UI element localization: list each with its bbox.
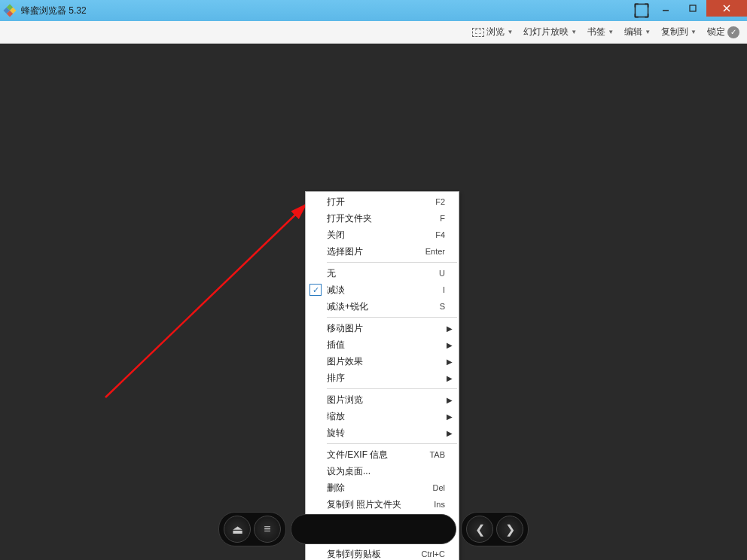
dropdown-icon: ▼ <box>608 29 614 35</box>
menu-item-label: 删除 <box>327 482 432 495</box>
prev-button[interactable]: ❮ <box>466 516 493 543</box>
menu-item[interactable]: 插值▶ <box>306 336 459 353</box>
bookmark-label: 书签 <box>587 26 605 38</box>
dropdown-icon: ▼ <box>691 29 697 35</box>
menu-separator <box>327 262 457 263</box>
submenu-arrow-icon: ▶ <box>447 341 453 349</box>
menu-item-shortcut: I <box>443 285 445 294</box>
lock-button[interactable]: 锁定✓ <box>706 23 741 41</box>
menu-item-shortcut: TAB <box>429 450 445 459</box>
submenu-arrow-icon: ▶ <box>447 374 453 382</box>
window-title: 蜂蜜浏览器 5.32 <box>21 5 87 17</box>
submenu-arrow-icon: ▶ <box>447 324 453 333</box>
menu-item-label: 打开文件夹 <box>327 212 440 225</box>
close-button[interactable] <box>706 0 747 17</box>
menu-item[interactable]: 排序▶ <box>306 370 459 386</box>
menu-item-shortcut: Ins <box>434 500 445 509</box>
menu-item-shortcut: F4 <box>435 230 445 239</box>
menu-item-shortcut: F <box>440 214 445 223</box>
minimize-button[interactable] <box>652 0 679 17</box>
browse-menu[interactable]: ⛶ 浏览▼ <box>471 23 514 41</box>
svg-rect-6 <box>690 5 696 11</box>
control-bar-center[interactable] <box>291 514 456 544</box>
frame-icon: ⛶ <box>472 28 484 37</box>
menu-item[interactable]: 设为桌面... <box>306 463 459 479</box>
menu-item-shortcut: F2 <box>435 197 445 206</box>
menu-button[interactable]: ≡ <box>254 516 281 543</box>
menu-item-shortcut: Ctrl+C <box>422 549 445 558</box>
menu-separator <box>327 443 457 444</box>
submenu-arrow-icon: ▶ <box>447 396 453 404</box>
menu-item[interactable]: 选择图片Enter <box>306 243 459 260</box>
menu-item[interactable]: 减淡+锐化S <box>306 298 459 315</box>
submenu-arrow-icon: ▶ <box>447 412 453 421</box>
svg-line-9 <box>105 205 306 397</box>
menu-item[interactable]: 无U <box>306 265 459 282</box>
dropdown-icon: ▼ <box>571 29 577 35</box>
check-icon: ✓ <box>309 284 322 296</box>
title-bar: 蜂蜜浏览器 5.32 <box>0 0 747 21</box>
menu-item-label: 设为桌面... <box>327 465 445 478</box>
submenu-arrow-icon: ▶ <box>447 358 453 366</box>
menu-item-label: 减淡 <box>327 284 443 297</box>
menu-item-shortcut: Del <box>432 483 445 492</box>
menu-item[interactable]: 图片浏览▶ <box>306 391 459 408</box>
app-icon <box>3 4 17 17</box>
edit-menu[interactable]: 编辑▼ <box>623 23 652 41</box>
menu-item-label: 复制到剪贴板 <box>327 548 422 561</box>
menu-item[interactable]: 关闭F4 <box>306 227 459 243</box>
menu-item-label: 排序 <box>327 372 445 385</box>
svg-rect-4 <box>635 4 648 17</box>
menu-item[interactable]: 删除Del <box>306 479 459 496</box>
menu-item-shortcut: Enter <box>425 247 445 256</box>
menu-item-shortcut: S <box>440 302 445 311</box>
menu-separator <box>327 317 457 318</box>
menu-item-label: 插值 <box>327 339 445 352</box>
slideshow-menu[interactable]: 幻灯片放映▼ <box>522 23 578 41</box>
menu-item-label: 旋转 <box>327 427 445 440</box>
menu-item-label: 无 <box>327 267 439 280</box>
menu-item-shortcut: U <box>439 269 445 278</box>
menu-item-label: 复制到 照片文件夹 <box>327 498 434 511</box>
copyto-label: 复制到 <box>661 26 688 38</box>
menu-item-label: 移动图片 <box>327 322 445 335</box>
menu-item-label: 选择图片 <box>327 245 425 258</box>
bottom-controls: ⏏ ≡ ❮ ❯ <box>218 512 529 546</box>
menu-item[interactable]: 移动图片▶ <box>306 320 459 336</box>
check-circle-icon: ✓ <box>727 26 739 38</box>
menu-item[interactable]: 文件/EXIF 信息TAB <box>306 446 459 463</box>
context-menu: 打开F2打开文件夹F关闭F4选择图片Enter无U✓减淡I减淡+锐化S移动图片▶… <box>305 191 459 560</box>
menu-item-label: 图片效果 <box>327 355 445 368</box>
submenu-arrow-icon: ▶ <box>447 429 453 437</box>
menu-item-label: 缩放 <box>327 410 445 423</box>
window-controls <box>652 0 747 17</box>
lock-label: 锁定 <box>707 26 725 38</box>
annotation-arrow <box>98 194 316 405</box>
menu-item[interactable]: 打开文件夹F <box>306 210 459 227</box>
control-group-right: ❮ ❯ <box>461 512 529 546</box>
menu-item-label: 关闭 <box>327 229 435 242</box>
menu-item-label: 打开 <box>327 196 435 208</box>
eject-button[interactable]: ⏏ <box>224 516 251 543</box>
edit-label: 编辑 <box>624 26 642 38</box>
menu-item[interactable]: 复制到剪贴板Ctrl+C <box>306 546 459 560</box>
image-viewer-area[interactable]: 打开F2打开文件夹F关闭F4选择图片Enter无U✓减淡I减淡+锐化S移动图片▶… <box>0 44 747 560</box>
maximize-button[interactable] <box>679 0 706 17</box>
control-group-left: ⏏ ≡ <box>218 512 286 546</box>
copy-to-menu[interactable]: 复制到▼ <box>660 23 698 41</box>
dropdown-icon: ▼ <box>507 29 513 35</box>
next-button[interactable]: ❯ <box>496 516 523 543</box>
toolbar: ⛶ 浏览▼ 幻灯片放映▼ 书签▼ 编辑▼ 复制到▼ 锁定✓ <box>0 21 747 44</box>
fullscreen-icon[interactable] <box>634 3 649 18</box>
menu-item[interactable]: 缩放▶ <box>306 408 459 425</box>
menu-item[interactable]: 图片效果▶ <box>306 353 459 370</box>
menu-item[interactable]: 打开F2 <box>306 193 459 210</box>
bookmark-menu[interactable]: 书签▼ <box>586 23 615 41</box>
menu-item[interactable]: 复制到 照片文件夹Ins <box>306 496 459 513</box>
menu-item-label: 减淡+锐化 <box>327 300 440 313</box>
menu-item-label: 文件/EXIF 信息 <box>327 449 429 461</box>
dropdown-icon: ▼ <box>645 29 651 35</box>
slideshow-label: 幻灯片放映 <box>523 26 569 38</box>
menu-item[interactable]: 旋转▶ <box>306 425 459 441</box>
menu-item[interactable]: ✓减淡I <box>306 282 459 298</box>
